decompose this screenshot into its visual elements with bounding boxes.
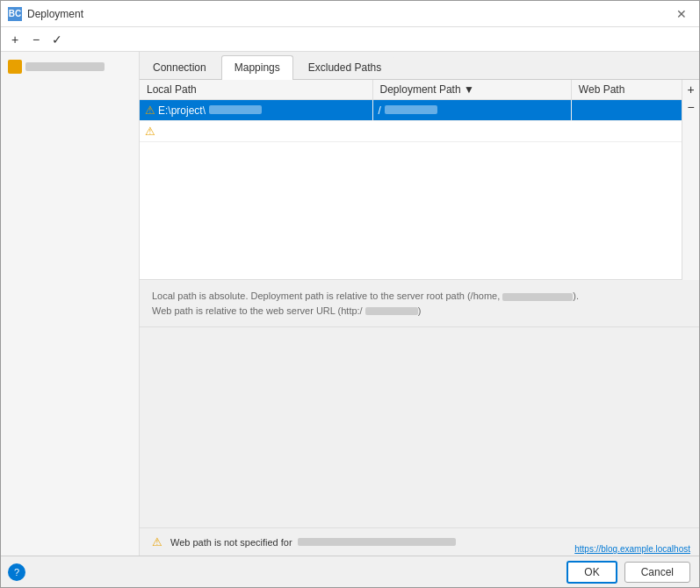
title-bar: BC Deployment ✕: [1, 1, 699, 27]
deployment-window: BC Deployment ✕ + − ✓ Connection Mapping…: [0, 0, 700, 588]
window-title: Deployment: [27, 8, 83, 20]
server-icon: [8, 60, 22, 74]
status-url[interactable]: https://blog.example.localhost: [574, 544, 690, 554]
local-path-redacted: [209, 104, 262, 117]
cell-warning: ⚠: [140, 121, 682, 142]
tab-mappings[interactable]: Mappings: [221, 55, 293, 80]
mappings-table: Local Path Deployment Path ▼ Web Path ⚠: [140, 80, 682, 142]
sidebar-item-server[interactable]: [4, 57, 135, 76]
toolbar: + − ✓: [1, 27, 699, 52]
info-line2: Web path is relative to the web server U…: [152, 304, 687, 319]
col-web-path[interactable]: Web Path: [571, 80, 682, 100]
cell-deployment-path: /: [372, 100, 571, 121]
add-remove-column: + −: [682, 80, 699, 280]
add-row-button[interactable]: +: [683, 82, 699, 97]
info-redacted2: [365, 307, 418, 315]
info-panel: Local path is absolute. Deployment path …: [140, 280, 699, 327]
remove-row-button[interactable]: −: [683, 99, 699, 115]
bottom-bar: OK Cancel: [1, 556, 699, 587]
row-warning-icon: ⚠: [145, 125, 155, 138]
col-deployment-path[interactable]: Deployment Path ▼: [372, 80, 571, 100]
col-local-path[interactable]: Local Path: [140, 80, 372, 100]
warning-bar-icon: ⚠: [152, 535, 162, 549]
local-path-value: E:\project\: [158, 104, 206, 117]
content-spacer: [140, 327, 699, 527]
cell-web-path: [571, 100, 682, 121]
app-icon: BC: [8, 7, 22, 21]
close-button[interactable]: ✕: [671, 5, 692, 23]
add-toolbar-button[interactable]: +: [6, 31, 24, 48]
tab-connection[interactable]: Connection: [140, 55, 220, 79]
title-bar-left: BC Deployment: [8, 7, 83, 21]
warning-bar-text: Web path is not specified for: [170, 537, 292, 548]
help-button[interactable]: ?: [8, 563, 25, 581]
warning-icon: ⚠: [145, 104, 155, 117]
tabs: Connection Mappings Excluded Paths: [140, 52, 699, 80]
confirm-toolbar-button[interactable]: ✓: [48, 31, 66, 48]
table-container: Local Path Deployment Path ▼ Web Path ⚠: [140, 80, 682, 280]
right-panel: Connection Mappings Excluded Paths Local…: [140, 52, 699, 556]
info-line1: Local path is absolute. Deployment path …: [152, 289, 687, 304]
remove-toolbar-button[interactable]: −: [27, 31, 45, 48]
main-content: Connection Mappings Excluded Paths Local…: [1, 52, 699, 556]
ok-button[interactable]: OK: [566, 561, 617, 584]
table-row-warning: ⚠: [140, 121, 682, 142]
table-wrapper: Local Path Deployment Path ▼ Web Path ⚠: [140, 80, 699, 280]
table-row[interactable]: ⚠ E:\project\ /: [140, 100, 682, 121]
sidebar-item-label: [25, 62, 105, 71]
deployment-path-value: /: [379, 104, 381, 117]
info-redacted1: [502, 293, 573, 301]
cell-local-path: ⚠ E:\project\: [140, 100, 372, 121]
cancel-button[interactable]: Cancel: [624, 562, 690, 583]
tab-excluded-paths[interactable]: Excluded Paths: [295, 55, 394, 79]
warning-bar-redacted: [298, 538, 456, 546]
sidebar: [1, 52, 140, 556]
table-header-row: Local Path Deployment Path ▼ Web Path: [140, 80, 682, 100]
deployment-path-redacted: [385, 104, 437, 117]
